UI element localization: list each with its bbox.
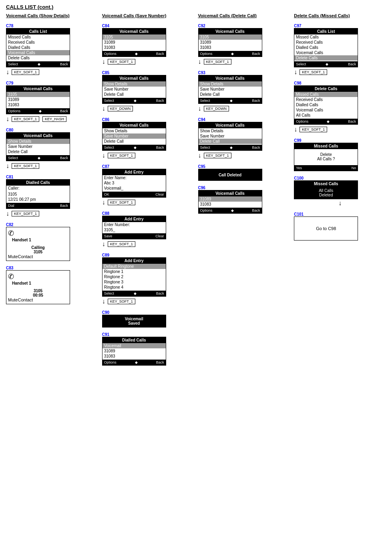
soft-left[interactable]: Options (200, 52, 213, 56)
softbar-C78[interactable]: Select◆Back (6, 61, 70, 67)
menu-item: 31089 (199, 40, 262, 45)
key-C88[interactable]: KEY_SOFT_1 (108, 241, 135, 247)
key-C78[interactable]: KEY_SOFT_1 (12, 69, 39, 75)
soft-left[interactable]: Options (8, 109, 20, 113)
key-C98[interactable]: KEY_SOFT_1 (300, 127, 327, 132)
soft-left[interactable]: Yes (296, 166, 302, 170)
soft-left[interactable]: Options (296, 119, 308, 123)
key-C94[interactable]: KEY_SOFT_1 (204, 153, 231, 158)
soft-left[interactable]: Mute (8, 254, 18, 259)
soft-right[interactable]: Back (60, 156, 68, 160)
softbar-C85[interactable]: Select◆Back (103, 98, 166, 103)
soft-left[interactable]: Select (200, 99, 210, 103)
key-C80[interactable]: KEY_SOFT_1 (12, 163, 39, 169)
call-status: Calling3105 (8, 245, 68, 254)
confirm-screen-C99: Missed CallsDeleteAll Calls ?YesNo (294, 143, 358, 171)
soft-right[interactable]: Back (156, 52, 164, 56)
soft-left[interactable]: Options (104, 52, 117, 56)
soft-right[interactable]: Back (156, 99, 164, 103)
soft-right[interactable]: Back (156, 291, 164, 295)
softbar-C83[interactable]: MuteContact (8, 297, 68, 302)
soft-right[interactable]: Back (252, 146, 260, 150)
softbar-C98[interactable]: Options◆Back (294, 119, 358, 124)
call-status: 310500:05 (8, 289, 68, 297)
menu-item: Default Ringtone (103, 264, 166, 269)
arrow-C84: ↓ (102, 59, 105, 65)
step-label-C83: C83 (6, 266, 98, 270)
soft-left[interactable]: Mute (8, 297, 18, 302)
soft-right[interactable]: Back (60, 62, 68, 66)
softbar-C80[interactable]: Select◆Back (6, 155, 70, 161)
key-C81[interactable]: KEY_SOFT_1 (12, 211, 39, 216)
soft-left[interactable]: Dial (8, 204, 14, 208)
key-C92[interactable]: KEY_SOFT_1 (204, 59, 231, 65)
soft-left[interactable]: Select (8, 156, 18, 160)
soft-right[interactable]: Contact (18, 254, 33, 259)
key-C79-KEY_HASH[interactable]: KEY_HASH (42, 116, 66, 122)
menu-item: Save Number (199, 133, 262, 139)
soft-right[interactable]: Back (60, 204, 68, 208)
soft-right[interactable]: No (352, 166, 356, 170)
menu-item: Delete Calls (294, 55, 358, 61)
softbar-C96[interactable]: Options◆Back (199, 208, 262, 213)
step-C86: C86Voicemail CallsShow DetailsSave Numbe… (102, 116, 194, 160)
soft-left[interactable]: Select (104, 146, 114, 150)
screen-title-C81: Dialled Calls (6, 180, 70, 186)
menu-item: Delete Calls (6, 55, 70, 61)
key-C97[interactable]: KEY_SOFT_1 (300, 69, 327, 75)
soft-right[interactable]: Back (348, 62, 356, 66)
soft-left[interactable]: Options (104, 360, 117, 364)
step-label-C101: C101 (294, 212, 386, 216)
softbar-C99[interactable]: YesNo (294, 165, 358, 171)
soft-left[interactable]: OK (104, 192, 109, 196)
soft-left[interactable]: Select (104, 99, 114, 103)
menu-item: 31089 (199, 196, 262, 202)
soft-right[interactable]: Back (252, 52, 260, 56)
soft-right[interactable]: Clear (155, 192, 164, 196)
soft-right[interactable]: Clear (155, 234, 164, 238)
softbar-C94[interactable]: Select◆Back (199, 145, 262, 150)
softbar-C97[interactable]: Select◆Back (294, 61, 358, 67)
soft-right[interactable]: Back (156, 146, 164, 150)
soft-right[interactable]: Back (348, 119, 356, 123)
softbar-C93[interactable]: Select◆Back (199, 98, 262, 103)
soft-left[interactable]: Save (104, 234, 113, 238)
soft-left[interactable]: Select (104, 291, 114, 295)
softbar-C89[interactable]: Select◆Back (103, 291, 166, 296)
screen-title-C100: Missed Calls (294, 181, 358, 187)
soft-right[interactable]: Contact (18, 297, 33, 302)
softbar-C92[interactable]: Options◆Back (199, 51, 262, 57)
arrow-C98: ↓ (294, 126, 297, 133)
arrow-C78: ↓ (6, 69, 9, 75)
soft-left[interactable]: Select (8, 62, 18, 66)
menu-item: 12/21 06:27 pm (6, 197, 70, 202)
softbar-C88[interactable]: SaveClear (103, 233, 166, 239)
step-C100: C100Missed CallsAll CallsDeleted↓ (294, 174, 386, 207)
screen-title-C79: Voicemail Calls (6, 86, 70, 92)
step-C96: C96Voicemail Calls3108931083Options◆Back (198, 184, 290, 214)
key-C84[interactable]: KEY_SOFT_1 (108, 59, 135, 65)
soft-right[interactable]: Back (252, 208, 260, 212)
softbar-C86[interactable]: Select◆Back (103, 145, 166, 150)
soft-right[interactable]: Back (252, 99, 260, 103)
menu-item: Delete Call (103, 92, 166, 97)
key-C93[interactable]: KEY_DOWN (204, 106, 229, 111)
softbar-C81[interactable]: DialBack (6, 203, 70, 208)
softbar-C79[interactable]: Options◆Back (6, 108, 70, 114)
soft-right[interactable]: Back (156, 360, 164, 364)
softbar-C91[interactable]: Options◆Back (103, 360, 166, 365)
key-C86[interactable]: KEY_SOFT_1 (108, 153, 135, 158)
menu-item: Caller: (6, 186, 70, 191)
softbar-C82[interactable]: MuteContact (8, 254, 68, 259)
key-C87[interactable]: KEY_SOFT_1 (108, 200, 135, 205)
screen-title-C89: Add Entry (103, 258, 166, 264)
soft-right[interactable]: Back (60, 109, 68, 113)
soft-left[interactable]: Select (200, 146, 210, 150)
softbar-C84[interactable]: Options◆Back (103, 51, 166, 57)
soft-left[interactable]: Options (200, 208, 213, 212)
softbar-C87[interactable]: OKClear (103, 192, 166, 197)
key-C89[interactable]: KEY_SOFT_1 (108, 299, 135, 304)
key-C79-KEY_SOFT_1[interactable]: KEY_SOFT_1 (12, 116, 39, 122)
key-C85[interactable]: KEY_DOWN (108, 106, 133, 111)
soft-left[interactable]: Select (296, 62, 306, 66)
